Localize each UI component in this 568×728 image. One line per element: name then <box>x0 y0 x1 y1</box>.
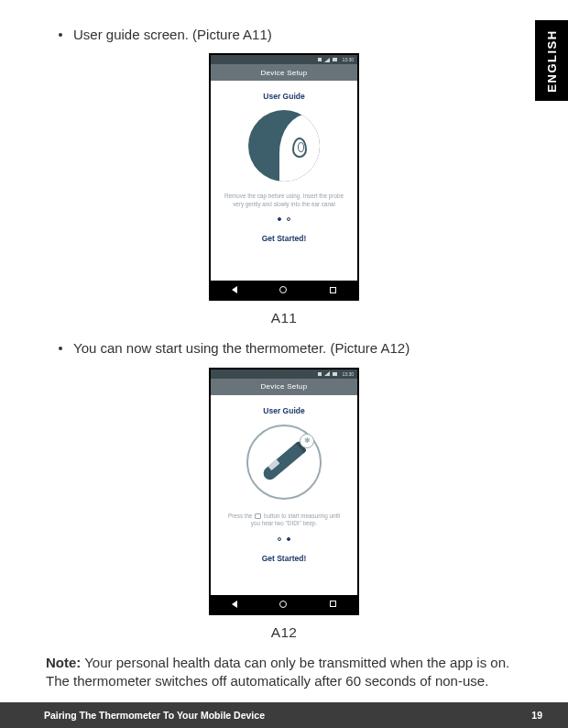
signal-icon <box>324 58 330 62</box>
bullet-dot-icon <box>59 33 62 37</box>
button-inline-icon <box>255 513 261 519</box>
ear-illustration <box>248 110 320 182</box>
instruction-text: Press the button to start measuring unti… <box>220 513 348 528</box>
phone-mockup: 13:30 Device Setup User Guide Remove the… <box>209 53 359 301</box>
language-label: ENGLISH <box>545 29 559 92</box>
footer-section-title: Pairing The Thermometer To Your Mobile D… <box>44 710 265 721</box>
app-bar-title: Device Setup <box>260 382 307 391</box>
phone-mockup: 13:30 Device Setup User Guide ✱ Press th… <box>209 368 359 615</box>
status-icon <box>318 372 322 376</box>
app-bar: Device Setup <box>211 379 357 395</box>
back-icon[interactable] <box>232 286 237 293</box>
note-paragraph: Note: Your personal health data can only… <box>44 654 524 691</box>
screen-title: User Guide <box>220 92 348 101</box>
figure-a11: 13:30 Device Setup User Guide Remove the… <box>44 53 524 326</box>
figure-label: A11 <box>44 310 524 326</box>
android-nav-bar <box>211 595 357 613</box>
dot-inactive <box>287 217 290 221</box>
dot-active <box>278 217 281 221</box>
instruction-pre: Press the <box>228 513 254 519</box>
battery-icon <box>333 58 337 61</box>
figure-label: A12 <box>44 624 524 641</box>
home-icon[interactable] <box>279 601 287 608</box>
app-bar: Device Setup <box>211 64 357 81</box>
recent-icon[interactable] <box>330 287 336 293</box>
battery-icon <box>333 372 337 376</box>
android-nav-bar <box>211 281 357 299</box>
get-started-button[interactable]: Get Started! <box>220 554 348 563</box>
status-bar: 13:30 <box>211 55 357 64</box>
dot-inactive <box>278 537 281 541</box>
screen-body: User Guide Remove the cap before using. … <box>211 81 357 284</box>
signal-icon <box>324 371 330 376</box>
bullet-dot-icon <box>59 347 62 350</box>
bullet-text: You can now start using the thermometer.… <box>73 339 410 358</box>
get-started-button[interactable]: Get Started! <box>220 234 348 243</box>
back-icon[interactable] <box>232 601 237 608</box>
status-time: 13:30 <box>342 57 354 62</box>
screen-body: User Guide ✱ Press the button to start m… <box>211 395 357 599</box>
screen-title: User Guide <box>220 406 348 415</box>
bullet-text: User guide screen. (Picture A11) <box>73 26 272 44</box>
page-footer: Pairing The Thermometer To Your Mobile D… <box>0 702 568 728</box>
bullet-item: User guide screen. (Picture A11) <box>44 26 524 44</box>
spark-icon: ✱ <box>300 434 314 448</box>
note-text: Your personal health data can only be tr… <box>46 655 509 689</box>
note-label: Note: <box>46 655 81 670</box>
page-content: User guide screen. (Picture A11) 13:30 D… <box>0 0 568 691</box>
app-bar-title: Device Setup <box>260 69 307 77</box>
figure-a12: 13:30 Device Setup User Guide ✱ Press th… <box>44 368 524 641</box>
dot-active <box>287 537 290 541</box>
status-icon <box>318 58 322 61</box>
language-tab: ENGLISH <box>535 20 568 101</box>
page-indicator <box>220 217 348 221</box>
page-indicator <box>220 537 348 541</box>
status-bar: 13:30 <box>211 370 357 379</box>
bullet-item: You can now start using the thermometer.… <box>44 339 524 358</box>
instruction-text: Remove the cap before using. Insert the … <box>220 193 348 208</box>
recent-icon[interactable] <box>330 601 336 607</box>
thermometer-illustration: ✱ <box>246 425 322 500</box>
status-time: 13:30 <box>342 371 354 377</box>
instruction-post: button to start measuring until you hear… <box>251 513 340 527</box>
footer-page-number: 19 <box>531 710 542 721</box>
home-icon[interactable] <box>279 286 287 293</box>
